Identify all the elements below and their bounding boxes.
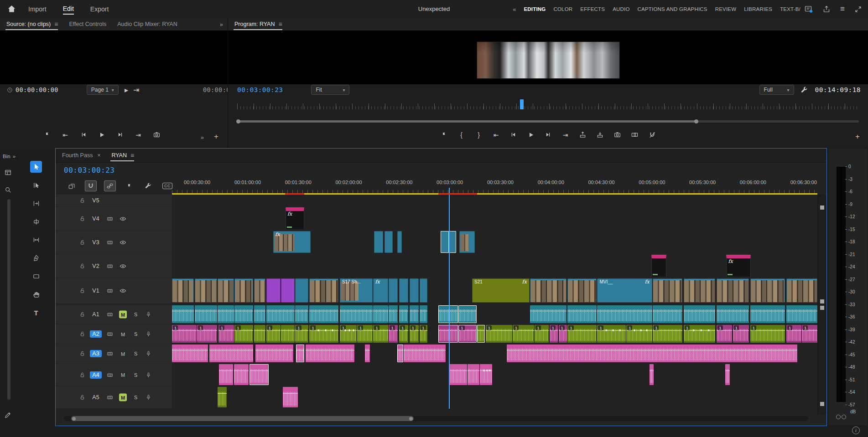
audio-clip[interactable] (725, 364, 730, 385)
workspace-effects[interactable]: EFFECTS (580, 6, 605, 12)
audio-clip[interactable] (283, 387, 298, 407)
mute-button[interactable]: M (119, 350, 127, 358)
video-clip[interactable] (172, 278, 194, 303)
audio-clip[interactable] (172, 344, 208, 362)
search-icon[interactable] (5, 186, 11, 193)
track-lane-a2[interactable]: 111111111111111111111111111111 (172, 324, 817, 344)
slip-tool[interactable] (30, 234, 42, 246)
lock-icon[interactable] (79, 312, 85, 318)
volume-keyframe[interactable] (489, 370, 491, 371)
video-clip[interactable] (684, 278, 715, 303)
audio-clip[interactable]: 1 (653, 325, 682, 343)
audio-clip[interactable] (389, 305, 398, 323)
track-select-forward-tool[interactable] (30, 179, 42, 191)
video-clip[interactable] (234, 278, 253, 303)
meter-solo-right[interactable] (842, 415, 846, 419)
audio-clip[interactable] (218, 305, 234, 323)
audio-clip[interactable] (266, 305, 295, 323)
track-lane-v1[interactable]: S17 Sh...fxfxS21fxMVI__ (172, 278, 817, 303)
audio-clip[interactable] (477, 325, 485, 343)
video-clip[interactable]: fx (286, 207, 304, 229)
workspace-color[interactable]: COLOR (553, 6, 572, 12)
track-lane-v5[interactable] (172, 195, 817, 206)
video-clip[interactable] (410, 278, 419, 303)
audio-clip[interactable]: 1 (340, 325, 357, 343)
ripple-edit-tool[interactable] (30, 197, 42, 209)
timeline-tab-fourth-pass[interactable]: Fourth Pass× (56, 150, 105, 161)
volume-keyframe[interactable] (619, 329, 621, 331)
sync-lock-icon[interactable] (107, 288, 113, 294)
video-clip[interactable] (717, 278, 749, 303)
sync-lock-icon[interactable] (107, 394, 113, 401)
video-clip[interactable] (786, 278, 817, 303)
track-output-eye-icon[interactable] (120, 215, 126, 222)
volume-keyframe[interactable] (325, 329, 327, 331)
audio-clip[interactable] (340, 305, 373, 323)
audio-clip[interactable]: 1 (309, 325, 338, 343)
add-marker-icon[interactable] (123, 180, 135, 191)
video-clip[interactable] (441, 231, 449, 253)
audio-clip[interactable]: 1 (486, 325, 512, 343)
ruler-playhead-marker[interactable] (449, 188, 450, 193)
audio-clip[interactable]: 1 (684, 325, 715, 343)
audio-clip[interactable]: 1 (626, 325, 652, 343)
audio-clip[interactable] (684, 305, 715, 323)
lock-icon[interactable] (79, 351, 85, 357)
lock-icon[interactable] (79, 288, 85, 294)
panel-menu-icon[interactable]: ≡ (130, 152, 134, 159)
track-name-v1[interactable]: V1 (86, 288, 106, 294)
workspace-text-b-[interactable]: TEXT-B/ (780, 6, 800, 12)
audio-clip[interactable] (650, 364, 653, 385)
timeline-tab-ryan[interactable]: RYAN≡ (105, 149, 139, 162)
audio-clip[interactable] (399, 305, 408, 323)
video-clip[interactable] (195, 278, 218, 303)
audio-clip[interactable] (254, 325, 265, 343)
snap-icon[interactable] (85, 180, 97, 191)
solo-button[interactable]: S (134, 372, 137, 378)
source-transport-overflow-icon[interactable]: » (201, 134, 204, 141)
program-scrollbar[interactable] (237, 120, 859, 123)
compare-view-icon[interactable] (630, 131, 640, 138)
go-to-in-icon[interactable]: ⇤ (60, 132, 70, 138)
audio-clip[interactable] (468, 364, 479, 385)
volume-keyframe[interactable] (317, 329, 319, 331)
program-scroll-handle[interactable] (237, 120, 697, 123)
track-name-a5[interactable]: A5 (86, 394, 106, 401)
audio-clip[interactable]: 1 (597, 325, 625, 343)
audio-clip[interactable]: 1 (567, 325, 597, 343)
program-mini-ruler[interactable] (237, 99, 859, 109)
audio-clip[interactable]: 1 (513, 325, 534, 343)
lock-icon[interactable] (79, 239, 85, 245)
audio-clip[interactable]: 1 (389, 325, 398, 343)
media-browser-icon[interactable] (5, 169, 11, 176)
hand-tool[interactable] (30, 288, 42, 300)
track-name-v3[interactable]: V3 (86, 239, 106, 246)
volume-keyframe[interactable] (612, 329, 614, 331)
track-lane-a5[interactable] (172, 386, 817, 408)
lift-icon[interactable] (578, 131, 588, 138)
audio-clip[interactable] (420, 305, 427, 323)
nest-toggle-icon[interactable] (66, 180, 78, 191)
linked-selection-icon[interactable] (104, 180, 116, 191)
mark-out-icon[interactable]: } (474, 132, 484, 138)
audio-clip[interactable]: 1 (373, 325, 388, 343)
audio-clip[interactable]: 1 (399, 325, 408, 343)
audio-clip[interactable]: 1 (717, 325, 732, 343)
audio-clip[interactable]: 1 (550, 325, 558, 343)
audio-clip[interactable] (365, 344, 370, 362)
progress-badge-icon[interactable] (805, 5, 813, 13)
audio-clip[interactable]: 1 (802, 325, 817, 343)
edit-pencil-icon[interactable] (5, 411, 11, 418)
volume-keyframe[interactable] (344, 329, 346, 331)
video-clip[interactable] (530, 278, 566, 303)
track-lane-a4[interactable] (172, 364, 817, 386)
audio-clip[interactable] (786, 305, 817, 323)
audio-clip[interactable] (218, 387, 227, 407)
audio-clip[interactable] (480, 364, 492, 385)
volume-keyframe[interactable] (693, 329, 695, 331)
home-icon[interactable] (7, 5, 16, 13)
mute-button[interactable]: M (119, 311, 127, 319)
volume-keyframe[interactable] (605, 329, 607, 331)
track-name-a1[interactable]: A1 (86, 311, 106, 318)
page-next-icon[interactable]: ▸ (121, 86, 131, 94)
